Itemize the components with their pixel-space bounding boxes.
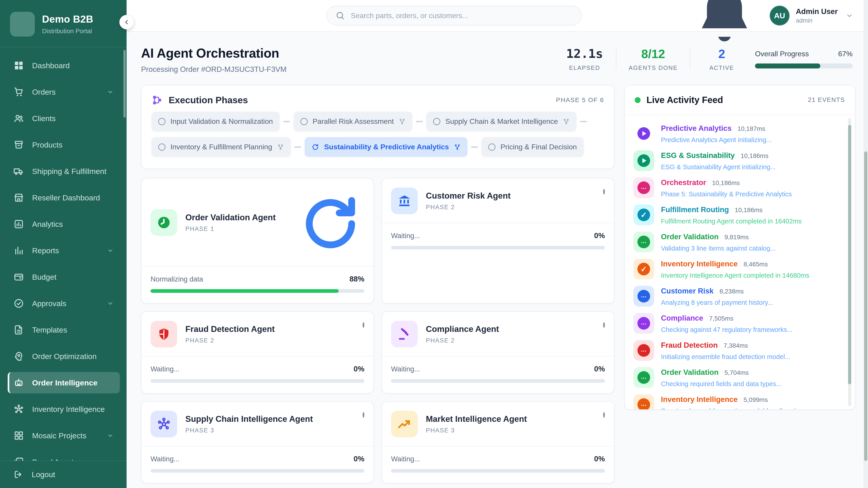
sidebar-item-label: Inventory Intelligence	[32, 405, 105, 414]
agent-progress-track	[391, 246, 605, 250]
sidebar-item-orders[interactable]: Orders	[8, 81, 120, 103]
feed-time: 10,186ms	[741, 152, 768, 160]
sidebar-item-products[interactable]: Products	[8, 134, 120, 156]
logout-icon	[13, 469, 24, 480]
feed-message: Predictive Analytics Agent initializing.…	[661, 136, 772, 144]
sidebar-item-budget[interactable]: Budget	[8, 266, 120, 288]
feed-item-tile	[633, 150, 654, 171]
sidebar-item-shipping-fulfillment[interactable]: Shipping & Fulfillment	[8, 161, 120, 182]
phase-chip-parallel-risk-assessment: Parallel Risk Assessment	[293, 111, 412, 131]
chevron-down-icon	[107, 432, 114, 439]
page-header: AI Agent Orchestration Processing Order …	[141, 46, 855, 74]
page-title: AI Agent Orchestration	[141, 46, 287, 61]
feed-agent-name: Inventory Intelligence	[661, 260, 738, 268]
agent-phase: PHASE 3	[426, 427, 527, 434]
file-icon	[13, 325, 24, 335]
feed-time: 10,186ms	[712, 180, 740, 187]
feed-message: Validating 3 line items against catalog.…	[661, 245, 776, 252]
agent-status-text: Waiting...	[151, 365, 180, 373]
phase-chip-pricing-final-decision: Pricing & Final Decision	[482, 137, 584, 157]
stat-active: 2 ACTIVE	[703, 47, 741, 71]
agent-pending-circle-icon	[363, 323, 364, 327]
refresh-icon	[311, 143, 319, 151]
sidebar-item-approvals[interactable]: Approvals	[8, 293, 120, 314]
phase-chip-row: Input Validation & NormalizationParallel…	[151, 111, 604, 131]
sidebar-item-order-optimization[interactable]: Order Optimization	[8, 346, 120, 367]
agent-name: Supply Chain Intelligence Agent	[185, 414, 313, 424]
feed-time: 5,099ms	[743, 396, 768, 403]
feed-message: Phase 5: Sustainability & Predictive Ana…	[661, 191, 792, 198]
head-gear-icon	[13, 351, 24, 361]
sidebar-item-label: Shipping & Fulfillment	[32, 167, 106, 176]
ellipsis-icon: ...	[638, 371, 650, 384]
phase-pending-circle-icon	[158, 143, 165, 151]
page-scrollbar-thumb[interactable]	[864, 151, 867, 461]
agents-grid: Order Validation AgentPHASE 1Normalizing…	[141, 178, 614, 488]
feed-item-customer-risk: ...Customer Risk8,238msAnalyzing 8 years…	[633, 286, 840, 306]
wallet-icon	[13, 272, 24, 282]
chevron-down-icon	[107, 88, 114, 96]
phases-title: Execution Phases	[168, 95, 248, 105]
feed-message: Checking against 47 regulatory framework…	[661, 326, 793, 333]
feed-agent-name: Inventory Intelligence	[661, 395, 738, 404]
chevron-left-icon	[123, 18, 130, 26]
sidebar-item-label: Reseller Dashboard	[32, 193, 100, 202]
phase-chip-supply-chain-market-intelligence: Supply Chain & Market Intelligence	[426, 111, 577, 131]
sidebar-item-brand-assets[interactable]: Brand Assets	[8, 451, 120, 461]
agent-name: Customer Risk Agent	[426, 191, 510, 201]
sidebar: Demo B2B Distribution Portal DashboardOr…	[0, 0, 127, 488]
brand: Demo B2B Distribution Portal	[0, 0, 127, 47]
sidebar-item-label: Clients	[32, 114, 56, 123]
feed-item-tile: ...	[633, 394, 654, 410]
agent-card-market-intelligence-agent: Market Intelligence AgentPHASE 3Waiting.…	[381, 401, 614, 484]
feed-agent-name: Predictive Analytics	[661, 124, 732, 133]
feed-item-tile: ✓	[633, 204, 654, 225]
feed-scrollbar[interactable]	[848, 118, 851, 406]
stat-agents-done: 8/12 AGENTS DONE	[629, 47, 678, 71]
divider	[690, 48, 690, 70]
sidebar-item-mosaic-projects[interactable]: Mosaic Projects	[8, 425, 120, 446]
notifications-button[interactable]: 4	[690, 0, 758, 50]
agent-name: Fraud Detection Agent	[185, 324, 275, 334]
feed-scrollbar-thumb[interactable]	[848, 125, 851, 384]
molecule-icon	[13, 404, 24, 414]
analytics-icon	[13, 219, 24, 229]
sidebar-item-dashboard[interactable]: Dashboard	[8, 55, 120, 76]
feed-agent-name: Fraud Detection	[661, 341, 718, 350]
sidebar-item-analytics[interactable]: Analytics	[8, 214, 120, 235]
page-scrollbar[interactable]	[864, 0, 868, 488]
phase-chip-inventory-fulfillment-planning: Inventory & Fulfillment Planning	[151, 137, 291, 157]
agent-name: Market Intelligence Agent	[426, 414, 527, 424]
feed-message: Checking required fields and data types.…	[661, 380, 782, 388]
chevron-down-icon	[107, 458, 114, 461]
sidebar-collapse-button[interactable]	[119, 15, 134, 29]
sidebar-item-clients[interactable]: Clients	[8, 108, 120, 129]
overall-progress-fill	[755, 64, 820, 68]
phase-connector	[471, 147, 478, 148]
feed-agent-name: Order Validation	[661, 368, 719, 377]
feed-item-fulfillment-routing: ✓Fulfillment Routing10,186msFulfillment …	[633, 204, 840, 225]
sidebar-item-label: Reports	[32, 246, 59, 255]
sidebar-item-inventory-intelligence[interactable]: Inventory Intelligence	[8, 398, 120, 420]
feed-agent-name: Orchestrator	[661, 178, 706, 187]
sidebar-item-logout[interactable]: Logout	[0, 461, 127, 488]
feed-time: 8,465ms	[743, 261, 768, 268]
feed-time: 7,384ms	[723, 342, 748, 349]
search-input[interactable]	[351, 11, 573, 20]
agent-icon-tile	[151, 209, 177, 236]
clock-icon	[157, 215, 171, 230]
bank-icon	[397, 194, 412, 208]
feed-events-count: 21 EVENTS	[808, 96, 845, 103]
user-menu[interactable]: AU Admin User admin	[770, 6, 854, 26]
sidebar-item-templates[interactable]: Templates	[8, 319, 120, 340]
phase-chip-label: Sustainability & Predictive Analytics	[324, 143, 449, 151]
overall-progress-percent: 67%	[838, 50, 852, 58]
sidebar-scrollbar-thumb[interactable]	[123, 50, 126, 118]
sidebar-item-reports[interactable]: Reports	[8, 240, 120, 261]
feed-item-tile	[633, 123, 654, 144]
sidebar-item-reseller-dashboard[interactable]: Reseller Dashboard	[8, 187, 120, 208]
sidebar-item-order-intelligence[interactable]: Order Intelligence	[8, 372, 120, 393]
agent-status-text: Waiting...	[391, 365, 420, 373]
agent-phase: PHASE 2	[426, 204, 510, 211]
topbar: 4 AU Admin User admin	[127, 0, 868, 32]
